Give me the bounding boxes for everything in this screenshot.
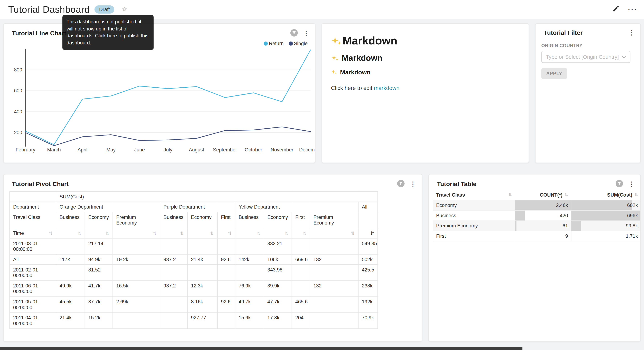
card-line-chart: Tutorial Line Chart ⋮ 200400600800Februa… [3, 24, 316, 163]
select-placeholder: Type or Select [Origin Country] [546, 54, 619, 60]
pivot-group-header: All [358, 202, 378, 212]
edit-dashboard-icon[interactable] [612, 5, 620, 14]
pivot-menu-icon[interactable]: ⋮ [410, 180, 416, 186]
card-table: Tutorial Table ⋮ Travel Class⇅COUNT(*)⇅S… [428, 174, 640, 342]
sort-desc-active-icon[interactable]: ⇵ [370, 230, 374, 236]
pivot-value-cell: 47.7k [264, 297, 292, 313]
sort-icon[interactable]: ⇅ [257, 230, 260, 236]
apply-button[interactable]: APPLY [541, 68, 567, 79]
table-row: First91.71k [433, 231, 641, 242]
chart-title: Tutorial Line Chart [12, 30, 66, 36]
table-column-header[interactable]: COUNT(*)⇅ [515, 190, 571, 200]
legend-item-single[interactable]: Single [288, 40, 308, 46]
markdown-paragraph: Click here to edit markdown [331, 85, 520, 91]
pivot-value-cell [188, 264, 218, 280]
pivot-value-cell: 937.2 [160, 280, 188, 296]
pivot-value-cell: 927.77 [188, 313, 218, 328]
pivot-row-label: 2011-05-01 00:00:00 [10, 297, 56, 313]
sort-icon: ⇅ [634, 192, 638, 197]
markdown-h2-text: Markdown [342, 53, 382, 63]
table-column-header[interactable]: Travel Class⇅ [433, 190, 515, 200]
sum-cell: 602k [571, 200, 641, 210]
sort-icon[interactable]: ⇅ [78, 230, 81, 236]
pivot-value-cell: 49.7k [235, 297, 264, 313]
count-cell: 9 [515, 231, 571, 241]
pivot-value-cell [310, 297, 358, 313]
pivot-sort-cell: ⇅ [264, 228, 292, 238]
x-tick-label: October [245, 147, 262, 152]
sort-icon[interactable]: ⇅ [351, 230, 355, 236]
pivot-value-cell: 8.16k [188, 297, 218, 313]
sparkle-icon [331, 54, 339, 62]
header-icons: ⋮ [290, 29, 309, 37]
sort-icon[interactable]: ⇅ [106, 230, 109, 236]
filter-indicator-icon[interactable] [290, 29, 298, 37]
sort-icon[interactable]: ⇅ [210, 230, 214, 236]
pivot-value-cell [56, 238, 85, 254]
pivot-value-cell: 217.14 [85, 238, 113, 254]
pivot-time-header: Time⇅ [10, 228, 56, 238]
column-header-label: COUNT(*) [540, 192, 562, 198]
favorite-star-icon[interactable]: ☆ [122, 6, 128, 13]
sum-cell: 696k [571, 210, 641, 220]
table-menu-icon[interactable]: ⋮ [628, 180, 634, 186]
pivot-value-cell [56, 264, 85, 280]
pivot-value-cell [292, 238, 310, 254]
pivot-value-cell: 238k [358, 280, 378, 296]
pivot-col-header: First [292, 212, 310, 228]
x-tick-label: June [134, 147, 145, 152]
filter-indicator-icon[interactable] [397, 180, 404, 187]
sort-icon: ⇅ [564, 192, 568, 197]
sort-icon[interactable]: ⇅ [180, 230, 184, 236]
markdown-body: Markdown Markdown Markdown Click here to… [322, 24, 528, 91]
pivot-value-cell [160, 297, 188, 313]
filter-card-header: Tutorial Filter ⋮ [536, 24, 640, 36]
pivot-value-cell: 92.6 [218, 297, 235, 313]
sparkle-icon [331, 69, 337, 75]
legend-item-return[interactable]: Return [264, 40, 284, 46]
pivot-col-header [358, 212, 378, 228]
filter-indicator-icon[interactable] [616, 180, 623, 187]
pivot-value-cell: 49.9k [56, 280, 85, 296]
sort-icon[interactable]: ⇅ [153, 230, 156, 236]
pivot-sort-cell: ⇅ [292, 228, 310, 238]
pivot-sort-cell: ⇅ [310, 228, 358, 238]
pivot-row-dimension-label: Travel Class [10, 212, 56, 228]
more-options-icon[interactable]: ··· [628, 6, 638, 13]
series-line-single [26, 127, 310, 146]
page-title: Tutorial Dashboard [8, 4, 90, 15]
markdown-h3-text: Markdown [340, 68, 370, 76]
pivot-value-cell [292, 280, 310, 296]
pivot-value-cell: 81.52 [85, 264, 113, 280]
sort-icon[interactable]: ⇅ [302, 230, 306, 236]
pivot-row: 2011-05-01 00:00:0045.5k37.7k2.69k8.16k9… [10, 297, 378, 313]
pivot-col-header: Economy [188, 212, 218, 228]
pivot-col-header: Premium Economy [310, 212, 358, 228]
pivot-value-cell: 465.6 [292, 297, 310, 313]
pivot-value-cell: 17.3k [264, 313, 292, 328]
filter-menu-icon[interactable]: ⋮ [628, 30, 634, 36]
pivot-value-cell [310, 313, 358, 328]
draft-badge[interactable]: Draft [95, 5, 114, 14]
chevron-down-icon [622, 55, 626, 59]
pivot-col-header: Business [56, 212, 85, 228]
pivot-value-cell [113, 264, 160, 280]
card-markdown: Markdown Markdown Markdown Click here to… [322, 24, 529, 163]
column-header-label: SUM(Cost) [607, 192, 632, 198]
markdown-edit-link[interactable]: markdown [374, 85, 400, 91]
origin-country-select[interactable]: Type or Select [Origin Country] [541, 51, 630, 63]
bottom-dark-strip [0, 347, 522, 350]
pivot-col-header: Economy [264, 212, 292, 228]
table-column-header[interactable]: SUM(Cost)⇅ [571, 190, 641, 200]
pivot-value-cell: 21.4k [56, 313, 85, 328]
travel-class-cell: First [433, 231, 515, 241]
markdown-h1-text: Markdown [342, 34, 397, 47]
sort-icon[interactable]: ⇅ [49, 230, 52, 236]
pivot-value-cell: 12.3k [188, 280, 218, 296]
pivot-value-cell: 332.21 [264, 238, 292, 254]
series-line-return [26, 50, 310, 144]
chart-menu-icon[interactable]: ⋮ [303, 30, 309, 36]
count-cell: 61 [515, 221, 571, 231]
sort-icon[interactable]: ⇅ [284, 230, 288, 236]
sort-icon[interactable]: ⇅ [228, 230, 232, 236]
